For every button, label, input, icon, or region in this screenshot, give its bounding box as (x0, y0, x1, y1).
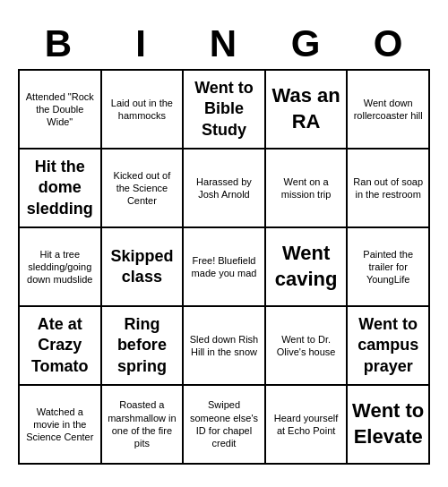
title-letter: B (18, 22, 100, 65)
title-letter: O (348, 22, 430, 65)
title-letter: G (265, 22, 348, 65)
title-letter: I (100, 22, 183, 65)
bingo-cell: Skipped class (102, 228, 185, 307)
title-letter: N (183, 22, 265, 65)
bingo-cell: Went to campus prayer (348, 307, 430, 386)
bingo-cell: Ring before spring (102, 307, 185, 386)
bingo-title: BINGO (18, 22, 430, 65)
bingo-cell: Went down rollercoaster hill (348, 71, 430, 150)
bingo-card: BINGO Attended "Rock the Double Wide"Lai… (9, 13, 439, 474)
bingo-cell: Hit a tree sledding/going down mudslide (20, 228, 102, 307)
bingo-cell: Was an RA (266, 71, 349, 150)
bingo-cell: Painted the trailer for YoungLife (348, 228, 430, 307)
bingo-grid: Attended "Rock the Double Wide"Laid out … (18, 69, 430, 465)
bingo-cell: Laid out in the hammocks (102, 71, 185, 150)
bingo-cell: Went to Bible Study (184, 71, 266, 150)
bingo-cell: Harassed by Josh Arnold (184, 150, 266, 228)
bingo-cell: Heard yourself at Echo Point (266, 386, 349, 465)
bingo-cell: Sled down Rish Hill in the snow (184, 307, 266, 386)
bingo-cell: Ran out of soap in the restroom (348, 150, 430, 228)
bingo-cell: Went on a mission trip (266, 150, 349, 228)
bingo-cell: Free! Bluefield made you mad (184, 228, 266, 307)
bingo-cell: Went to Elevate (348, 386, 430, 465)
bingo-cell: Attended "Rock the Double Wide" (20, 71, 102, 150)
bingo-cell: Went caving (266, 228, 349, 307)
bingo-cell: Watched a movie in the Science Center (20, 386, 102, 465)
bingo-cell: Went to Dr. Olive's house (266, 307, 349, 386)
bingo-cell: Hit the dome sledding (20, 150, 102, 228)
bingo-cell: Kicked out of the Science Center (102, 150, 185, 228)
bingo-cell: Roasted a marshmallow in one of the fire… (102, 386, 185, 465)
bingo-cell: Ate at Crazy Tomato (20, 307, 102, 386)
bingo-cell: Swiped someone else's ID for chapel cred… (184, 386, 266, 465)
